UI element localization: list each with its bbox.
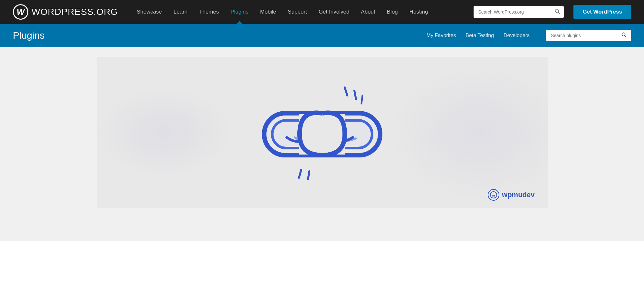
- nav-hosting[interactable]: Hosting: [404, 0, 434, 24]
- svg-line-6: [361, 95, 362, 104]
- top-search-form: [474, 6, 564, 18]
- svg-line-13: [308, 171, 309, 179]
- nav-themes[interactable]: Themes: [193, 0, 225, 24]
- wpmudev-icon: m: [488, 189, 499, 201]
- search-icon: [555, 9, 560, 14]
- top-nav: W WordPress.ORG Showcase Learn Themes Pl…: [0, 0, 644, 24]
- nav-showcase[interactable]: Showcase: [131, 0, 168, 24]
- wordpress-logo-circle: W: [13, 4, 28, 20]
- logo-text: WordPress.ORG: [32, 7, 118, 17]
- plugins-sub-nav: My Favorites Beta Testing Developers: [427, 30, 631, 41]
- hero-illustration: [245, 75, 399, 191]
- nav-blog[interactable]: Blog: [381, 0, 404, 24]
- top-nav-right: Get WordPress: [474, 5, 631, 19]
- svg-line-5: [354, 91, 356, 99]
- nav-learn[interactable]: Learn: [168, 0, 193, 24]
- plugins-nav-developers[interactable]: Developers: [504, 33, 530, 38]
- plugins-page-title: Plugins: [13, 30, 427, 41]
- plugins-subheader: Plugins My Favorites Beta Testing Develo…: [0, 24, 644, 47]
- nav-get-involved[interactable]: Get Involved: [313, 0, 355, 24]
- svg-line-3: [625, 36, 627, 37]
- plugins-nav-beta-testing[interactable]: Beta Testing: [466, 33, 494, 38]
- main-nav: Showcase Learn Themes Plugins Mobile Sup…: [131, 0, 474, 24]
- plugins-nav-my-favorites[interactable]: My Favorites: [427, 33, 456, 38]
- svg-line-12: [299, 170, 301, 178]
- plugins-search-input[interactable]: [546, 30, 617, 41]
- logo-area[interactable]: W WordPress.ORG: [13, 4, 118, 20]
- top-search-input[interactable]: [474, 7, 551, 17]
- logo-w-letter: W: [17, 8, 25, 16]
- get-wordpress-button[interactable]: Get WordPress: [573, 5, 631, 19]
- nav-support[interactable]: Support: [282, 0, 313, 24]
- nav-about[interactable]: About: [355, 0, 381, 24]
- wpmudev-label: wpmudev: [502, 191, 534, 199]
- svg-text:m: m: [492, 193, 495, 197]
- hero-banner: m wpmudev: [97, 57, 548, 208]
- search-icon: [621, 32, 627, 37]
- wpmudev-badge: m wpmudev: [488, 189, 534, 201]
- wpmudev-logo-icon: m: [490, 191, 497, 198]
- nav-mobile[interactable]: Mobile: [254, 0, 282, 24]
- top-search-button[interactable]: [551, 6, 564, 18]
- svg-line-4: [345, 87, 347, 95]
- nav-plugins[interactable]: Plugins: [225, 0, 254, 24]
- chain-link-svg: [245, 75, 399, 191]
- plugins-search-button[interactable]: [617, 30, 631, 41]
- svg-line-1: [558, 12, 560, 14]
- plugins-search-form: [546, 30, 631, 41]
- main-content: m wpmudev: [0, 47, 644, 241]
